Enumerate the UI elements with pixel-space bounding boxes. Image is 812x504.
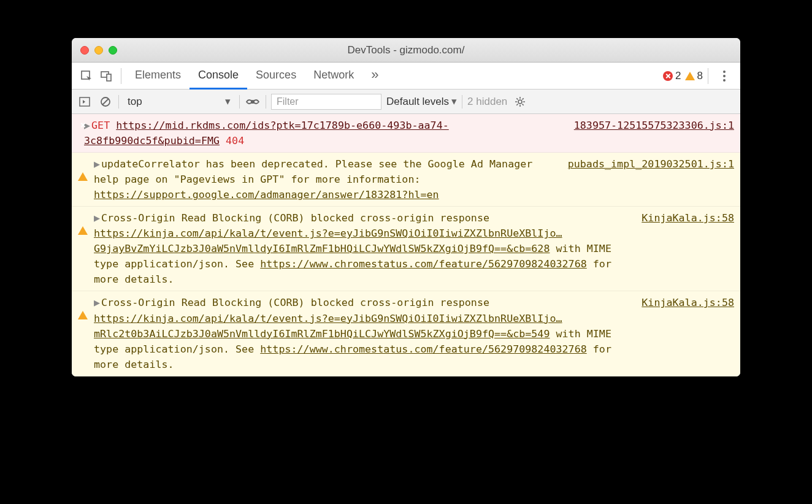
maximize-button[interactable] <box>109 46 117 55</box>
titlebar[interactable]: DevTools - gizmodo.com/ <box>72 38 740 63</box>
minimize-button[interactable] <box>94 46 103 55</box>
warning-icon <box>78 299 88 319</box>
hidden-count[interactable]: 2 hidden <box>467 96 507 108</box>
clear-console-icon[interactable] <box>98 94 113 110</box>
tab-console[interactable]: Console <box>190 63 247 90</box>
source-link[interactable]: 183957-12515575323306.js:1 <box>562 118 734 148</box>
svg-line-14 <box>517 104 518 105</box>
menu-icon[interactable] <box>713 71 735 82</box>
console-error-row[interactable]: ▶GET https://mid.rkdms.com/ids?ptk=17c17… <box>72 114 740 153</box>
warning-icon <box>685 72 695 80</box>
source-link[interactable]: pubads_impl_2019032501.js:1 <box>556 156 734 202</box>
divider <box>462 95 462 109</box>
settings-icon[interactable] <box>512 94 528 110</box>
svg-line-5 <box>102 99 109 105</box>
request-url[interactable]: https://mid.rkdms.com/ids?ptk=17c1789b-e… <box>84 119 449 147</box>
expand-icon[interactable]: ▶ <box>84 119 90 131</box>
svg-line-15 <box>523 98 524 99</box>
warning-icon <box>78 160 88 181</box>
divider <box>239 95 240 109</box>
window-controls <box>72 46 117 55</box>
divider <box>118 95 119 109</box>
close-button[interactable] <box>80 46 89 55</box>
warning-icon <box>78 214 88 235</box>
link[interactable]: https://kinja.com/api/kala/t/event.js?e=… <box>94 312 562 340</box>
filter-input[interactable] <box>271 94 381 110</box>
main-tabs: Elements Console Sources Network » 2 8 <box>72 63 740 90</box>
context-value: top <box>128 96 142 108</box>
warning-counter: 8 <box>685 70 703 82</box>
expand-icon[interactable]: ▶ <box>94 296 100 308</box>
sidebar-toggle-icon[interactable] <box>77 94 93 110</box>
divider <box>266 95 266 109</box>
issue-counters[interactable]: 2 8 <box>663 70 703 82</box>
error-icon <box>663 71 673 81</box>
console-warning-row[interactable]: ▶Cross-Origin Read Blocking (CORB) block… <box>72 291 740 376</box>
console-warning-row[interactable]: ▶updateCorrelator has been deprecated. P… <box>72 153 740 207</box>
source-link[interactable]: KinjaKala.js:58 <box>629 210 734 287</box>
error-counter: 2 <box>663 70 681 82</box>
inspect-icon[interactable] <box>77 66 96 86</box>
svg-line-12 <box>517 98 518 99</box>
expand-icon[interactable]: ▶ <box>94 212 100 224</box>
svg-point-7 <box>518 100 522 104</box>
dropdown-icon: ▾ <box>225 95 231 108</box>
tab-sources[interactable]: Sources <box>247 63 305 90</box>
svg-rect-2 <box>107 74 111 81</box>
dropdown-icon: ▾ <box>451 95 457 108</box>
divider <box>708 68 708 84</box>
expand-icon[interactable]: ▶ <box>94 158 100 170</box>
http-method: GET <box>91 119 110 131</box>
link[interactable]: https://www.chromestatus.com/feature/562… <box>260 258 586 270</box>
svg-point-6 <box>251 100 255 104</box>
tab-elements[interactable]: Elements <box>126 63 190 90</box>
more-tabs-icon[interactable]: » <box>362 61 387 91</box>
window-title: DevTools - gizmodo.com/ <box>72 44 740 56</box>
console-toolbar: top ▾ Default levels ▾ 2 hidden <box>72 90 740 114</box>
context-select[interactable]: top ▾ <box>124 95 234 108</box>
source-link[interactable]: KinjaKala.js:58 <box>629 295 734 372</box>
link[interactable]: https://www.chromestatus.com/feature/562… <box>260 343 586 355</box>
live-expression-icon[interactable] <box>245 94 261 110</box>
http-status: 404 <box>226 134 244 147</box>
link[interactable]: https://support.google.com/admanager/ans… <box>94 188 439 200</box>
log-levels-select[interactable]: Default levels ▾ <box>386 95 457 108</box>
tab-network[interactable]: Network <box>305 63 362 90</box>
console-messages: ▶GET https://mid.rkdms.com/ids?ptk=17c17… <box>72 114 740 376</box>
divider <box>121 68 121 84</box>
svg-line-13 <box>523 104 524 105</box>
devtools-window: DevTools - gizmodo.com/ Elements Console… <box>72 38 740 376</box>
link[interactable]: https://kinja.com/api/kala/t/event.js?e=… <box>94 227 562 254</box>
console-warning-row[interactable]: ▶Cross-Origin Read Blocking (CORB) block… <box>72 207 740 291</box>
device-toggle-icon[interactable] <box>96 66 116 86</box>
